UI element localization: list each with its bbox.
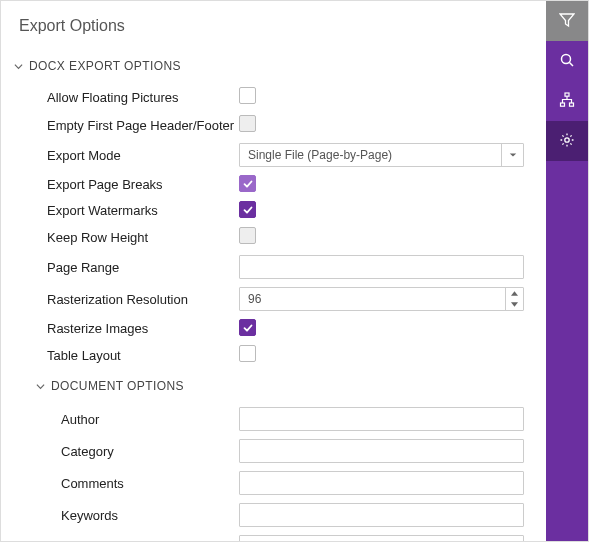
sidebar-item-filter[interactable] — [546, 1, 588, 41]
sidebar-item-tree[interactable] — [546, 81, 588, 121]
checkbox-rasterize-images[interactable] — [239, 319, 256, 336]
input-page-range[interactable] — [239, 255, 524, 279]
sidebar-item-search[interactable] — [546, 41, 588, 81]
checkbox-keep-row-height[interactable] — [239, 227, 256, 244]
svg-point-0 — [562, 54, 571, 63]
checkbox-table-layout[interactable] — [239, 345, 256, 362]
sidebar-item-settings[interactable] — [546, 121, 588, 161]
checkbox-empty-first-page-hf[interactable] — [239, 115, 256, 132]
svg-rect-2 — [565, 93, 569, 96]
svg-line-1 — [570, 62, 574, 66]
select-export-mode-value: Single File (Page-by-Page) — [240, 148, 501, 162]
section-toggle-docx[interactable]: DOCX EXPORT OPTIONS — [13, 57, 534, 83]
label-empty-first-page-hf: Empty First Page Header/Footer — [13, 118, 239, 133]
chevron-down-icon — [13, 61, 23, 71]
input-comments[interactable] — [239, 471, 524, 495]
export-options-panel: Export Options DOCX EXPORT OPTIONS Allow… — [1, 1, 546, 541]
checkbox-allow-floating-pictures[interactable] — [239, 87, 256, 104]
label-table-layout: Table Layout — [13, 348, 239, 363]
gear-icon — [559, 132, 575, 151]
section-header-label: DOCUMENT OPTIONS — [51, 379, 184, 393]
label-comments: Comments — [13, 476, 239, 491]
input-keywords[interactable] — [239, 503, 524, 527]
docx-export-options-section: DOCX EXPORT OPTIONS Allow Floating Pictu… — [1, 57, 546, 541]
label-allow-floating-pictures: Allow Floating Pictures — [13, 90, 239, 105]
chevron-down-icon — [501, 144, 523, 166]
section-toggle-document-options[interactable]: DOCUMENT OPTIONS — [13, 369, 534, 403]
search-icon — [559, 52, 575, 71]
input-author[interactable] — [239, 407, 524, 431]
label-author: Author — [13, 412, 239, 427]
label-rasterization-resolution: Rasterization Resolution — [13, 292, 239, 307]
svg-point-5 — [565, 137, 569, 141]
checkbox-export-watermarks[interactable] — [239, 201, 256, 218]
chevron-down-icon — [35, 381, 45, 391]
label-subject: Subject — [13, 540, 239, 542]
svg-rect-4 — [570, 103, 574, 106]
label-keywords: Keywords — [13, 508, 239, 523]
panel-title: Export Options — [1, 1, 546, 57]
label-rasterize-images: Rasterize Images — [13, 321, 239, 336]
label-page-range: Page Range — [13, 260, 239, 275]
sidebar — [546, 1, 588, 541]
checkbox-export-page-breaks[interactable] — [239, 175, 256, 192]
label-export-watermarks: Export Watermarks — [13, 203, 239, 218]
spinner-rasterization-resolution[interactable] — [239, 287, 524, 311]
spinner-rasterization-resolution-value[interactable] — [240, 288, 505, 310]
svg-rect-3 — [561, 103, 565, 106]
spinner-up-button[interactable] — [506, 288, 523, 299]
label-category: Category — [13, 444, 239, 459]
select-export-mode[interactable]: Single File (Page-by-Page) — [239, 143, 524, 167]
input-category[interactable] — [239, 439, 524, 463]
label-keep-row-height: Keep Row Height — [13, 230, 239, 245]
filter-icon — [559, 12, 575, 31]
tree-icon — [559, 92, 575, 111]
label-export-mode: Export Mode — [13, 148, 239, 163]
spinner-down-button[interactable] — [506, 299, 523, 310]
document-options-section: DOCUMENT OPTIONS Author Category Comment… — [13, 369, 534, 541]
input-subject[interactable] — [239, 535, 524, 541]
label-export-page-breaks: Export Page Breaks — [13, 177, 239, 192]
section-header-label: DOCX EXPORT OPTIONS — [29, 59, 181, 73]
